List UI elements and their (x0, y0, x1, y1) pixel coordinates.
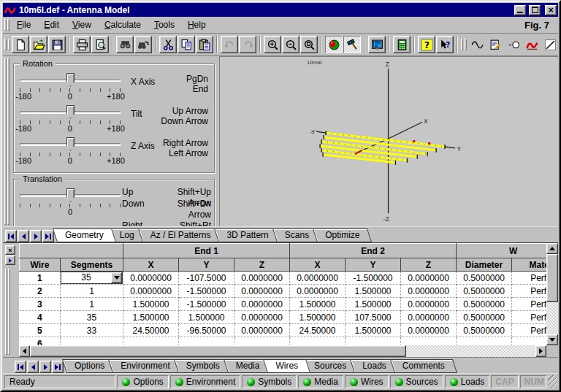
cell-e2x[interactable]: 1.500000 (290, 298, 346, 311)
status-loads[interactable]: Loads (445, 375, 490, 388)
cell-wire[interactable]: 1 (20, 272, 61, 285)
sheet-last-button[interactable] (52, 361, 64, 373)
open-button[interactable] (30, 36, 47, 53)
tab-next-button[interactable] (30, 230, 42, 242)
cell-e1z[interactable]: 0.0000000 (234, 324, 290, 337)
status-sources[interactable]: Sources (390, 375, 443, 388)
zoom-out-button[interactable] (282, 36, 299, 53)
cell-e2z[interactable]: 0.0000000 (401, 298, 457, 311)
tab-options[interactable]: Options (64, 359, 115, 373)
cell-e2z[interactable]: 0.0000000 (401, 272, 457, 285)
tab-last-button[interactable] (42, 230, 54, 242)
vertical-scrollbar[interactable] (546, 243, 558, 345)
context-help-button[interactable]: ? (436, 36, 454, 53)
display-button[interactable] (368, 36, 386, 53)
scroll-down-button[interactable] (546, 334, 558, 345)
cell-e2z[interactable]: 0.0000000 (401, 324, 457, 337)
cell-wire[interactable]: 2 (20, 285, 61, 298)
translation-slider[interactable] (20, 188, 121, 203)
zoom-in-button[interactable] (264, 36, 281, 53)
panel-splitter[interactable] (4, 58, 10, 225)
cell-e1x[interactable]: 1.500000 (123, 298, 179, 311)
slider-thumb[interactable] (66, 188, 75, 202)
cell-e2y[interactable]: -1.500000 (346, 272, 401, 285)
menubar-grip2[interactable] (7, 19, 9, 31)
view-toggle-button[interactable] (325, 36, 343, 53)
status-symbols[interactable]: Symbols (242, 375, 297, 388)
undo-button[interactable] (221, 36, 238, 53)
cell-e1y[interactable]: -96.50000 (179, 324, 234, 337)
horizontal-scrollbar[interactable] (19, 345, 546, 357)
print-button[interactable] (73, 36, 91, 53)
vertical-scroll-thumb[interactable] (546, 254, 558, 302)
slider-thumb[interactable] (66, 73, 75, 87)
cell-segments[interactable]: 1 (61, 285, 123, 298)
z-axis-slider[interactable] (20, 137, 121, 152)
cell-e1z[interactable]: 0.0000000 (234, 285, 290, 298)
zoom-window-button[interactable] (300, 36, 318, 53)
tab-symbols[interactable]: Symbols (176, 359, 230, 373)
scroll-right-button[interactable] (535, 345, 546, 357)
node-button[interactable] (505, 36, 522, 53)
cell-e1z[interactable]: 0.0000000 (234, 311, 290, 324)
cell-e2y[interactable]: 1.500000 (346, 324, 401, 337)
maximize-button[interactable] (529, 5, 541, 15)
toolbar-grip[interactable] (4, 39, 7, 50)
toolbar2-grip2[interactable] (465, 39, 467, 50)
cell-e1x[interactable]: 1.500000 (123, 311, 179, 324)
sheet-prev-button[interactable] (27, 361, 39, 373)
menu-calculate[interactable]: Calculate (98, 18, 148, 31)
tab-first-button[interactable] (5, 230, 17, 242)
status-wires[interactable]: Wires (345, 375, 389, 388)
new-button[interactable] (12, 36, 29, 53)
line-plot-button[interactable] (541, 36, 559, 53)
red-wire-button[interactable] (523, 36, 541, 53)
cell-e1z[interactable]: 0.0000000 (234, 272, 290, 285)
copy-button[interactable] (178, 36, 195, 53)
cell-segments[interactable]: 35 (61, 311, 123, 324)
tab-az-el-patterns[interactable]: Az / El Patterns (140, 228, 221, 242)
cell-segments[interactable]: 1 (61, 298, 123, 311)
tab-3d-pattern[interactable]: 3D Pattern (216, 228, 278, 242)
redo-button[interactable] (239, 36, 256, 53)
help-button[interactable]: ? (418, 36, 435, 53)
menu-tools[interactable]: Tools (148, 18, 181, 31)
cut-button[interactable] (159, 36, 177, 53)
menu-view[interactable]: View (66, 18, 98, 31)
cell-e1y[interactable]: -107.5000 (179, 272, 234, 285)
menubar-grip[interactable] (4, 19, 7, 31)
3d-viewport[interactable]: 10m6l Z -Z X -Y Y (219, 56, 558, 226)
resize-grip[interactable] (548, 375, 557, 388)
cell-wire[interactable]: 5 (20, 324, 61, 337)
save-button[interactable] (48, 36, 66, 53)
cell-e1y[interactable]: 1.500000 (179, 311, 234, 324)
expand-pane-button[interactable] (5, 255, 15, 265)
cell-diameter[interactable]: 0.5000000 (457, 285, 512, 298)
cell-e2y[interactable]: 107.5000 (346, 311, 401, 324)
cell-e2x[interactable]: 0.0000000 (290, 285, 346, 298)
tilt-slider[interactable] (20, 105, 121, 120)
cell-diameter[interactable]: 0.5000000 (457, 272, 512, 285)
toolbar-grip2[interactable] (8, 39, 10, 50)
dropdown-button[interactable] (111, 272, 122, 283)
cell-e2x[interactable]: 0.0000000 (290, 272, 346, 285)
sheet-next-button[interactable] (39, 361, 51, 373)
cell-e1x[interactable]: 0.0000000 (123, 272, 179, 285)
cell-wire[interactable]: 4 (20, 311, 61, 324)
cell-wire[interactable]: 3 (20, 298, 61, 311)
find-button[interactable] (116, 36, 134, 53)
minimize-button[interactable] (514, 5, 526, 15)
tab-geometry[interactable]: Geometry (55, 228, 114, 242)
close-button[interactable]: × (545, 5, 557, 15)
close-pane-button[interactable]: × (5, 245, 15, 255)
cell-e2x[interactable]: 24.50000 (290, 324, 346, 337)
cell-diameter[interactable]: 0.5000000 (457, 298, 512, 311)
scroll-up-button[interactable] (546, 243, 558, 254)
cell-e2y[interactable]: 1.500000 (346, 285, 401, 298)
edit-notes-button[interactable] (486, 36, 504, 53)
tab-comments[interactable]: Comments (392, 359, 455, 373)
menu-edit[interactable]: Edit (37, 18, 66, 31)
x-axis-slider[interactable] (20, 73, 121, 88)
tab-optimize[interactable]: Optimize (315, 228, 370, 242)
tab-prev-button[interactable] (18, 230, 29, 242)
